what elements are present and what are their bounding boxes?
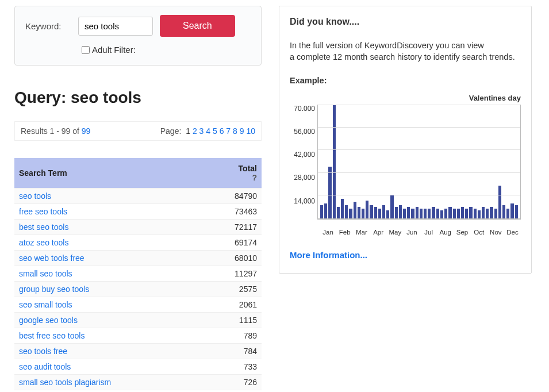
term-total: 72117	[203, 220, 262, 235]
chart-bar	[403, 209, 406, 218]
chart-bar	[341, 199, 344, 218]
term-link[interactable]: seo tools	[19, 191, 51, 201]
page-4[interactable]: 4	[206, 126, 210, 136]
chart-bar	[333, 105, 336, 218]
chart-bar	[506, 209, 509, 218]
chart-bar	[370, 205, 373, 218]
term-total: 699	[203, 390, 262, 393]
keyword-label: Keyword:	[25, 21, 71, 31]
chart-bar	[407, 207, 410, 218]
example-label: Example:	[290, 76, 521, 85]
x-tick: Dec	[504, 229, 521, 236]
x-tick: Apr	[370, 229, 387, 236]
page-1: 1	[186, 126, 190, 136]
chart-bar	[478, 210, 481, 218]
total-help-icon[interactable]: ?	[208, 173, 257, 182]
term-total: 68010	[203, 251, 262, 266]
term-link[interactable]: atoz seo tools	[19, 238, 68, 247]
term-total: 73463	[203, 204, 262, 220]
x-tick: May	[387, 229, 404, 236]
x-tick: Jul	[420, 229, 437, 236]
trend-chart: 70.00056,00042,00028,00014,000	[290, 105, 521, 225]
chart-bar	[420, 209, 423, 218]
results-table: Search Term Total ? seo tools84790free s…	[14, 158, 262, 392]
chart-bar	[378, 209, 381, 218]
search-button[interactable]: Search	[160, 15, 235, 37]
table-row: seo tools84790	[14, 189, 262, 204]
chart-bar	[328, 167, 331, 218]
page-8[interactable]: 8	[233, 126, 237, 136]
chart-bar	[399, 205, 402, 218]
results-total-link[interactable]: 99	[82, 126, 91, 136]
x-tick: Aug	[437, 229, 454, 236]
table-row: best seo tools72117	[14, 220, 262, 235]
info-panel: Did you know.... In the full version of …	[279, 6, 532, 274]
chart-bar	[345, 205, 348, 218]
page-10[interactable]: 10	[246, 126, 255, 136]
chart-bar	[349, 209, 352, 218]
page-9[interactable]: 9	[240, 126, 244, 136]
table-header-term: Search Term	[14, 158, 203, 189]
term-link[interactable]: seo small tools	[19, 300, 72, 309]
term-link[interactable]: small seo tools plagiarism	[19, 378, 111, 387]
term-link[interactable]: best free seo tools	[19, 331, 85, 340]
chart-bar	[395, 207, 398, 218]
chart-bar	[469, 207, 472, 218]
chart-bar	[337, 207, 340, 218]
term-total: 11297	[203, 266, 262, 282]
term-link[interactable]: seo web tools free	[19, 253, 85, 263]
table-row: small seo tools plagiarism726	[14, 375, 262, 390]
table-row: free seo tools73463	[14, 204, 262, 220]
y-tick: 56,000	[290, 128, 315, 136]
term-link[interactable]: small seo tools	[19, 269, 72, 278]
table-header-total: Total ?	[203, 158, 262, 189]
x-tick: Mar	[353, 229, 370, 236]
term-total: 784	[203, 344, 262, 359]
table-row: best free seo tools789	[14, 328, 262, 344]
table-row: group buy seo tools2575	[14, 282, 262, 297]
chart-bar	[390, 195, 393, 218]
chart-bar	[440, 210, 443, 218]
table-row: small seo tools11297	[14, 266, 262, 282]
table-row: seo review tools699	[14, 390, 262, 393]
chart-bar	[510, 203, 513, 218]
page-6[interactable]: 6	[220, 126, 224, 136]
x-tick: Jun	[404, 229, 420, 236]
x-tick: Jan	[320, 229, 336, 236]
y-tick: 42,000	[290, 151, 315, 159]
term-total: 726	[203, 375, 262, 390]
page-7[interactable]: 7	[226, 126, 231, 136]
chart-bar	[453, 209, 456, 218]
adult-filter-checkbox[interactable]	[82, 46, 90, 54]
term-link[interactable]: seo tools free	[19, 347, 67, 356]
chart-bar	[374, 207, 377, 218]
chart-bar	[448, 207, 451, 218]
chart-bar	[457, 209, 460, 218]
term-link[interactable]: google seo tools	[19, 316, 78, 325]
page-5[interactable]: 5	[213, 126, 217, 136]
table-row: atoz seo tools69174	[14, 235, 262, 251]
more-info-link[interactable]: More Information...	[290, 250, 367, 260]
x-tick: Nov	[487, 229, 504, 236]
chart-bar	[486, 209, 489, 218]
chart-bar	[324, 203, 327, 218]
term-total: 2575	[203, 282, 262, 297]
term-link[interactable]: best seo tools	[19, 222, 68, 232]
chart-bar	[416, 207, 419, 218]
results-bar: Results 1 - 99 of 99 Page: 1 2 3 4 5 6 7…	[14, 121, 262, 141]
x-tick: Feb	[336, 229, 353, 236]
page-3[interactable]: 3	[199, 126, 204, 136]
page-2[interactable]: 2	[193, 126, 197, 136]
term-link[interactable]: seo audit tools	[19, 362, 71, 371]
term-link[interactable]: free seo tools	[19, 207, 67, 216]
chart-bar	[461, 207, 464, 218]
chart-bar	[432, 207, 435, 218]
keyword-input[interactable]	[78, 17, 153, 36]
search-panel: Keyword: Search Adult Filter:	[14, 6, 262, 66]
chart-bar	[354, 202, 356, 218]
term-total: 733	[203, 359, 262, 375]
term-link[interactable]: group buy seo tools	[19, 285, 89, 294]
chart-bar	[320, 205, 323, 218]
table-row: seo small tools2061	[14, 297, 262, 313]
chart-bar	[428, 209, 431, 218]
